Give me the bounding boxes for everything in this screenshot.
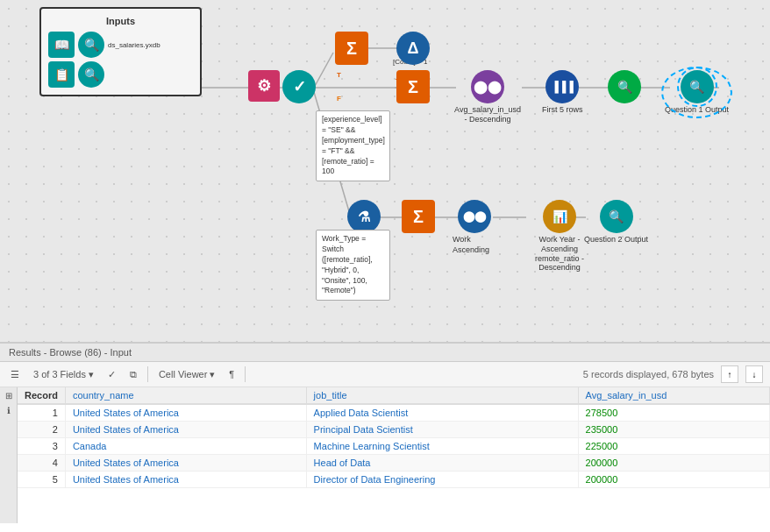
info-icon[interactable]: ℹ [7, 406, 11, 415]
cell-salary: 200000 [578, 472, 769, 488]
header-row: Record country_name job_title Avg_salary… [18, 387, 770, 404]
input-row-1: 📖 🔍 ds_salaries.yxdb [48, 32, 193, 58]
cell-job: Machine Learning Scientist [306, 438, 578, 455]
table-row: 1 United States of America Applied Data … [18, 404, 770, 422]
records-info: 5 records displayed, 678 bytes [583, 369, 714, 379]
work-text: Work [453, 235, 489, 245]
question1-output-node[interactable]: 🔍 Question 1 Output [665, 70, 729, 115]
formula-text: Work_Type = Switch ([remote_ratio], "Hyb… [322, 234, 373, 294]
copy-icon-btn[interactable]: ⧉ [126, 367, 140, 382]
svg-line-2 [314, 53, 333, 88]
question2-output-node[interactable]: 🔍 Question 2 Output [584, 200, 648, 245]
cell-job: Head of Data [306, 455, 578, 472]
input-nodes-container: 📖 🔍 ds_salaries.yxdb 📋 🔍 [48, 32, 193, 88]
paragraph-icon[interactable]: ¶ [225, 367, 238, 381]
scroll-down-btn[interactable]: ↓ [745, 365, 763, 383]
q1-label: Question 1 Output [665, 105, 729, 115]
col-salary[interactable]: Avg_salary_in_usd [578, 387, 769, 404]
table-row: 3 Canada Machine Learning Scientist 2250… [18, 438, 770, 455]
binoculars-icon-2[interactable]: 🔍 [78, 61, 104, 88]
cell-record: 1 [18, 404, 65, 422]
results-header-text: Results - Browse (86) - Input [9, 347, 132, 358]
grid-icon[interactable]: ⊞ [5, 391, 12, 401]
fields-dropdown[interactable]: 3 of 3 Fields ▾ [30, 367, 97, 382]
cell-salary: 235000 [578, 422, 769, 438]
results-header: Results - Browse (86) - Input [0, 344, 770, 362]
config-node[interactable]: ⚙ [248, 70, 280, 102]
cell-record: 5 [18, 472, 65, 488]
summarize-bottom-node[interactable]: Σ [402, 200, 435, 233]
cell-record: 2 [18, 422, 65, 438]
filter-node[interactable]: ✓ [282, 70, 316, 103]
formula-top-node[interactable]: Δ [396, 32, 430, 65]
cell-country: United States of America [65, 422, 306, 438]
formula-text-box: Work_Type = Switch ([remote_ratio], "Hyb… [316, 230, 390, 301]
fields-list-icon[interactable]: ☰ [7, 367, 23, 382]
sort-node[interactable]: ⬤⬤ Avg_salary_in_usd - Descending [453, 70, 523, 124]
table-row: 4 United States of America Head of Data … [18, 455, 770, 472]
table-row: 5 United States of America Director of D… [18, 472, 770, 488]
work-label-area: Work Ascending [453, 235, 489, 255]
cell-country: United States of America [65, 404, 306, 422]
table-header: Record country_name job_title Avg_salary… [18, 387, 770, 404]
sort-node-label: Avg_salary_in_usd - Descending [453, 105, 523, 124]
input-label-1: ds_salaries.yxdb [108, 41, 160, 49]
first5-label: First 5 rows [542, 105, 583, 115]
filter-formula-text: [experience_level] = "SE" && [employment… [322, 115, 385, 175]
inputs-box: Inputs 📖 🔍 ds_salaries.yxdb 📋 🔍 [39, 7, 202, 96]
svg-text:T: T [337, 71, 341, 79]
join-bottom-node[interactable]: ⬤⬤ [458, 200, 491, 233]
col-country[interactable]: country_name [65, 387, 306, 404]
summarize-top-node[interactable]: Σ [335, 32, 368, 65]
binoculars-icon-1[interactable]: 🔍 [78, 32, 104, 58]
results-table: Record country_name job_title Avg_salary… [18, 387, 770, 488]
sep-2 [245, 366, 246, 382]
results-content: ⊞ ℹ Record country_name job_title Avg_sa… [0, 387, 770, 523]
table-container[interactable]: Record country_name job_title Avg_salary… [18, 387, 770, 523]
table-body: 1 United States of America Applied Data … [18, 404, 770, 488]
scroll-up-btn[interactable]: ↑ [721, 365, 738, 383]
cell-viewer-dropdown[interactable]: Cell Viewer ▾ [155, 367, 218, 382]
table-row: 2 United States of America Principal Dat… [18, 422, 770, 438]
cell-country: Canada [65, 438, 306, 455]
cell-job: Director of Data Engineering [306, 472, 578, 488]
workflow-canvas[interactable]: T F T [Count] > 1 Inputs 📖 🔍 ds_salaries… [0, 0, 770, 342]
chevron-down-icon-2: ▾ [210, 369, 215, 380]
first5-node[interactable]: ▐▐▐ First 5 rows [542, 70, 583, 115]
svg-text:F: F [337, 95, 341, 103]
list-icon: ☰ [11, 369, 19, 380]
cell-job: Applied Data Scientist [306, 404, 578, 422]
col-job[interactable]: job_title [306, 387, 578, 404]
formula-bottom-node[interactable]: ⚗ [347, 200, 381, 233]
col-record: Record [18, 387, 65, 404]
input-row-2: 📋 🔍 [48, 61, 193, 88]
summarize-mid-node[interactable]: Σ [396, 70, 430, 103]
filter-formula-box: [experience_level] = "SE" && [employment… [316, 110, 390, 181]
inputs-box-title: Inputs [48, 16, 193, 26]
chevron-down-icon: ▾ [89, 369, 94, 380]
results-toolbar: ☰ 3 of 3 Fields ▾ ✓ ⧉ Cell Viewer ▾ ¶ 5 … [0, 362, 770, 387]
check-icon-btn[interactable]: ✓ [104, 367, 119, 382]
sep-1 [147, 366, 148, 382]
cell-viewer-label: Cell Viewer [159, 369, 207, 379]
cell-salary: 200000 [578, 455, 769, 472]
cell-record: 4 [18, 455, 65, 472]
cell-salary: 278500 [578, 404, 769, 422]
cell-country: United States of America [65, 455, 306, 472]
cell-job: Principal Data Scientist [306, 422, 578, 438]
left-icon-panel: ⊞ ℹ [0, 387, 18, 523]
results-panel: Results - Browse (86) - Input ☰ 3 of 3 F… [0, 342, 770, 532]
fields-label: 3 of 3 Fields [33, 369, 86, 379]
ascending-text: Ascending [453, 245, 489, 256]
cell-record: 3 [18, 438, 65, 455]
book-icon-2[interactable]: 📋 [48, 61, 75, 88]
q2-label: Question 2 Output [584, 235, 648, 245]
book-icon-1[interactable]: 📖 [48, 32, 75, 58]
cell-salary: 225000 [578, 438, 769, 455]
browse-node[interactable]: 🔍 [608, 70, 641, 103]
cell-country: United States of America [65, 472, 306, 488]
